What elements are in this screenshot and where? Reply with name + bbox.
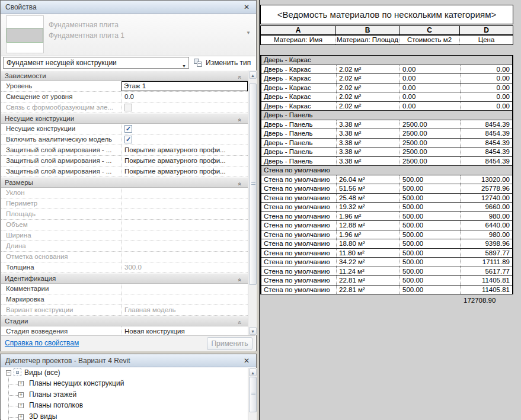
- browser-scrollbar[interactable]: ▲: [248, 368, 257, 420]
- property-value[interactable]: Покрытие арматурного профи...: [122, 145, 248, 155]
- cell-material-area[interactable]: 2.02 м²: [336, 74, 399, 83]
- cell-price[interactable]: 8454.39: [460, 157, 512, 166]
- cell-price[interactable]: 9660.00: [460, 203, 512, 211]
- close-icon[interactable]: ✕: [242, 354, 251, 367]
- property-value[interactable]: ✓: [122, 134, 248, 145]
- cell-price[interactable]: 0.00: [460, 74, 512, 83]
- cell-price[interactable]: 0.00: [460, 102, 512, 111]
- cell-material-name[interactable]: Дверь - Панель: [261, 139, 336, 148]
- properties-help-link[interactable]: Справка по свойствам: [5, 339, 79, 347]
- cell-cost-m2[interactable]: 500.00: [399, 267, 460, 276]
- cell-cost-m2[interactable]: 500.00: [399, 184, 460, 193]
- column-letter-C[interactable]: C: [399, 26, 459, 34]
- property-checkbox[interactable]: ✓: [124, 136, 132, 143]
- type-selector-combobox[interactable]: Фундамент несущей конструкции ▼: [3, 57, 189, 69]
- cell-cost-m2[interactable]: 2500.00: [399, 148, 460, 156]
- property-value[interactable]: [122, 284, 248, 294]
- cell-cost-m2[interactable]: 2500.00: [399, 129, 460, 138]
- cell-material-name[interactable]: Стена по умолчанию: [261, 221, 336, 230]
- cell-material-area[interactable]: 18.80 м²: [336, 239, 399, 248]
- cell-cost-m2[interactable]: 500.00: [399, 276, 460, 285]
- combo-arrow-icon[interactable]: ▼: [182, 61, 186, 69]
- cell-cost-m2[interactable]: 2500.00: [399, 139, 460, 148]
- cell-material-name[interactable]: Дверь - Каркас: [261, 74, 336, 83]
- property-value[interactable]: [122, 209, 248, 219]
- cell-price[interactable]: 11405.81: [460, 286, 512, 294]
- cell-price[interactable]: 0.00: [460, 92, 512, 101]
- cell-material-name[interactable]: Дверь - Каркас: [261, 65, 336, 74]
- cell-cost-m2[interactable]: 0.00: [399, 92, 460, 101]
- group-header-row[interactable]: Дверь - Каркас: [261, 56, 512, 65]
- property-value[interactable]: [122, 294, 248, 304]
- cell-material-area[interactable]: 2.02 м²: [336, 65, 399, 74]
- cell-material-area[interactable]: 11.80 м²: [336, 249, 399, 258]
- scroll-down-icon[interactable]: ▼: [249, 327, 257, 335]
- cell-price[interactable]: 12740.00: [460, 194, 512, 203]
- property-value[interactable]: 0.0: [122, 92, 248, 102]
- property-value[interactable]: Главная модель: [122, 305, 248, 315]
- cell-material-area[interactable]: 19.32 м²: [336, 203, 399, 211]
- cell-material-name[interactable]: Дверь - Каркас: [261, 84, 336, 92]
- cell-material-name[interactable]: Стена по умолчанию: [261, 230, 336, 239]
- cell-material-name[interactable]: Стена по умолчанию: [261, 184, 336, 193]
- column-letter-D[interactable]: D: [459, 26, 513, 34]
- cell-cost-m2[interactable]: 500.00: [399, 286, 460, 294]
- cell-material-name[interactable]: Стена по умолчанию: [261, 276, 336, 285]
- tree-expand-box[interactable]: +: [18, 403, 24, 408]
- cell-material-area[interactable]: 3.38 м²: [336, 129, 399, 138]
- tree-expand-box[interactable]: +: [18, 381, 24, 386]
- property-value[interactable]: [122, 252, 248, 262]
- cell-material-area[interactable]: 2.02 м²: [336, 92, 399, 101]
- cell-price[interactable]: 25778.96: [460, 184, 512, 193]
- tree-item-views-root[interactable]: −Виды (все): [1, 368, 248, 379]
- cell-material-area[interactable]: 1.96 м²: [336, 230, 399, 239]
- cell-material-name[interactable]: Стена по умолчанию: [261, 267, 336, 276]
- property-value[interactable]: [122, 220, 248, 230]
- section-header[interactable]: Зависимости«: [1, 70, 248, 81]
- group-header-row[interactable]: Дверь - Панель: [261, 110, 512, 120]
- cell-price[interactable]: 0.00: [460, 84, 512, 92]
- cell-cost-m2[interactable]: 500.00: [399, 239, 460, 248]
- group-header-row[interactable]: Стена по умолчанию: [261, 165, 512, 175]
- cell-material-area[interactable]: 2.02 м²: [336, 84, 399, 92]
- cell-cost-m2[interactable]: 500.00: [399, 230, 460, 239]
- cell-cost-m2[interactable]: 500.00: [399, 175, 460, 184]
- cell-material-name[interactable]: Стена по умолчанию: [261, 212, 336, 221]
- cell-cost-m2[interactable]: 0.00: [399, 74, 460, 83]
- scrollbar-thumb[interactable]: [249, 84, 257, 285]
- cell-price[interactable]: 5897.77: [460, 249, 512, 258]
- cell-material-area[interactable]: 26.04 м²: [336, 175, 399, 184]
- column-letter-A[interactable]: A: [261, 26, 335, 34]
- cell-material-name[interactable]: Стена по умолчанию: [261, 249, 336, 258]
- cell-material-name[interactable]: Стена по умолчанию: [261, 194, 336, 203]
- property-value[interactable]: 300.0: [122, 262, 248, 272]
- cell-material-area[interactable]: 34.22 м²: [336, 258, 399, 267]
- cell-material-name[interactable]: Дверь - Каркас: [261, 102, 336, 111]
- cell-material-name[interactable]: Дверь - Панель: [261, 157, 336, 166]
- cell-cost-m2[interactable]: 0.00: [399, 65, 460, 74]
- property-value[interactable]: ✓: [122, 124, 248, 134]
- column-letter-B[interactable]: B: [335, 26, 399, 34]
- scroll-up-icon[interactable]: ▲: [249, 71, 257, 79]
- cell-price[interactable]: 5617.77: [460, 267, 512, 276]
- property-checkbox[interactable]: ✓: [124, 125, 132, 133]
- properties-titlebar[interactable]: Свойства ✕: [1, 1, 256, 14]
- cell-cost-m2[interactable]: 2500.00: [399, 157, 460, 166]
- tree-collapse-box[interactable]: −: [6, 370, 11, 376]
- cell-cost-m2[interactable]: 0.00: [399, 84, 460, 92]
- property-value[interactable]: Покрытие арматурного профи...: [122, 166, 248, 177]
- cell-material-area[interactable]: 12.88 м²: [336, 221, 399, 230]
- cell-material-name[interactable]: Стена по умолчанию: [261, 203, 336, 211]
- cell-cost-m2[interactable]: 500.00: [399, 258, 460, 267]
- cell-material-area[interactable]: 22.81 м²: [336, 276, 399, 285]
- scroll-up-icon[interactable]: ▲: [249, 368, 257, 376]
- section-header[interactable]: Несущие конструкции«: [1, 113, 248, 124]
- section-header[interactable]: Идентификация«: [1, 273, 248, 284]
- tree-item[interactable]: +Планы несущих конструкций: [1, 379, 248, 389]
- cell-price[interactable]: 9398.96: [460, 239, 512, 248]
- cell-material-name[interactable]: Стена по умолчанию: [261, 286, 336, 294]
- cell-cost-m2[interactable]: 2500.00: [399, 120, 460, 129]
- cell-cost-m2[interactable]: 0.00: [399, 102, 460, 111]
- property-value[interactable]: [122, 230, 248, 241]
- chevron-down-icon[interactable]: ▼: [246, 30, 251, 36]
